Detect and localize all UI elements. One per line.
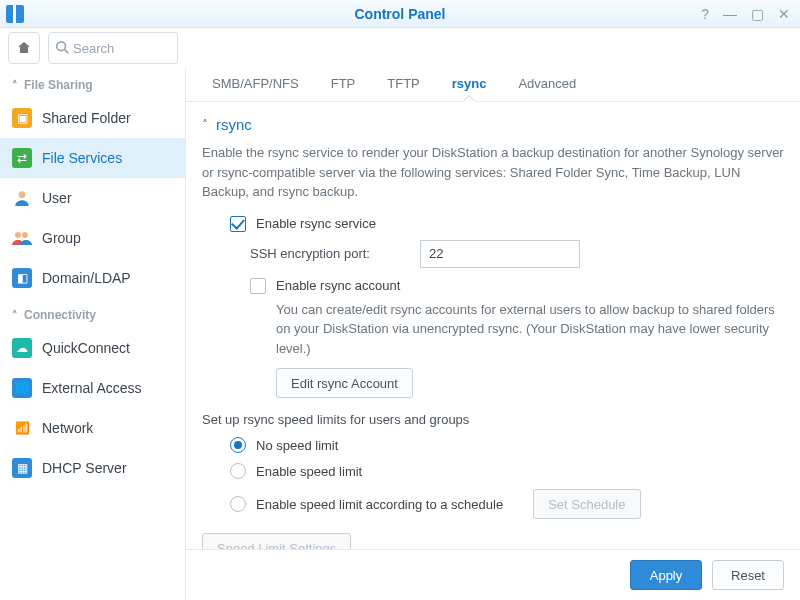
sidebar-item-domain-ldap[interactable]: ◧ Domain/LDAP [0, 258, 185, 298]
sidebar-item-external-access[interactable]: 🌐 External Access [0, 368, 185, 408]
edit-rsync-account-button[interactable]: Edit rsync Account [276, 368, 413, 398]
sidebar-item-label: User [42, 190, 72, 206]
svg-line-1 [65, 49, 69, 53]
footer: Apply Reset [186, 549, 800, 600]
sidebar-item-network[interactable]: 📶 Network [0, 408, 185, 448]
checkbox-enable-rsync[interactable] [230, 216, 246, 232]
label-no-speed-limit: No speed limit [256, 438, 338, 453]
tab-rsync[interactable]: rsync [436, 68, 503, 101]
tab-smb[interactable]: SMB/AFP/NFS [196, 68, 315, 101]
label-ssh-port: SSH encryption port: [250, 246, 420, 261]
set-schedule-button[interactable]: Set Schedule [533, 489, 640, 519]
input-ssh-port[interactable] [420, 240, 580, 268]
rsync-panel: ˄ rsync Enable the rsync service to rend… [186, 102, 800, 549]
sidebar-group-file-sharing[interactable]: ˄ File Sharing [0, 68, 185, 98]
quickconnect-icon: ☁ [12, 338, 32, 358]
tab-advanced[interactable]: Advanced [502, 68, 592, 101]
user-icon [12, 188, 32, 208]
content-area: SMB/AFP/NFS FTP TFTP rsync Advanced ˄ rs… [186, 68, 800, 600]
label-schedule-speed-limit: Enable speed limit according to a schedu… [256, 497, 503, 512]
sidebar-item-label: Network [42, 420, 93, 436]
network-icon: 📶 [12, 418, 32, 438]
radio-schedule-speed-limit[interactable] [230, 496, 246, 512]
svg-point-4 [22, 232, 28, 238]
search-icon [55, 40, 69, 57]
speed-limit-intro: Set up rsync speed limits for users and … [202, 412, 784, 427]
row-enable-account: Enable rsync account [202, 278, 784, 294]
sidebar-item-label: Group [42, 230, 81, 246]
sidebar-item-label: QuickConnect [42, 340, 130, 356]
sidebar-item-label: DHCP Server [42, 460, 127, 476]
section-title: rsync [216, 116, 252, 133]
services-icon: ⇄ [12, 148, 32, 168]
sidebar: ˄ File Sharing ▣ Shared Folder ⇄ File Se… [0, 68, 186, 600]
sidebar-item-quickconnect[interactable]: ☁ QuickConnect [0, 328, 185, 368]
sidebar-item-shared-folder[interactable]: ▣ Shared Folder [0, 98, 185, 138]
apply-button[interactable]: Apply [630, 560, 702, 590]
group-icon [12, 228, 32, 248]
chevron-up-icon: ˄ [12, 309, 18, 322]
window-controls: ? — ▢ ✕ [701, 6, 800, 22]
sidebar-group-label: File Sharing [24, 78, 93, 92]
svg-point-2 [19, 191, 26, 198]
label-enable-rsync: Enable rsync service [256, 216, 376, 231]
sidebar-item-dhcp-server[interactable]: ▦ DHCP Server [0, 448, 185, 488]
row-enable-service: Enable rsync service [202, 216, 784, 232]
app-icon [6, 5, 24, 23]
help-icon[interactable]: ? [701, 6, 709, 22]
titlebar: Control Panel ? — ▢ ✕ [0, 0, 800, 28]
ldap-icon: ◧ [12, 268, 32, 288]
maximize-icon[interactable]: ▢ [751, 6, 764, 22]
account-note: You can create/edit rsync accounts for e… [250, 300, 784, 359]
sidebar-item-file-services[interactable]: ⇄ File Services [0, 138, 185, 178]
home-button[interactable] [8, 32, 40, 64]
home-icon [16, 40, 32, 56]
sidebar-item-label: Shared Folder [42, 110, 131, 126]
radio-no-speed-limit[interactable] [230, 437, 246, 453]
dhcp-icon: ▦ [12, 458, 32, 478]
tab-tftp[interactable]: TFTP [371, 68, 436, 101]
globe-icon: 🌐 [12, 378, 32, 398]
search-input[interactable] [73, 41, 171, 56]
close-icon[interactable]: ✕ [778, 6, 790, 22]
search-field[interactable] [48, 32, 178, 64]
sidebar-item-label: File Services [42, 150, 122, 166]
svg-point-3 [15, 232, 21, 238]
folder-icon: ▣ [12, 108, 32, 128]
chevron-up-icon: ˄ [12, 79, 18, 92]
tab-ftp[interactable]: FTP [315, 68, 372, 101]
radio-enable-speed-limit[interactable] [230, 463, 246, 479]
sidebar-item-group[interactable]: Group [0, 218, 185, 258]
row-ssh-port: SSH encryption port: [202, 240, 784, 268]
minimize-icon[interactable]: — [723, 6, 737, 22]
sidebar-group-label: Connectivity [24, 308, 96, 322]
section-toggle-rsync[interactable]: ˄ rsync [202, 116, 784, 133]
label-enable-account: Enable rsync account [276, 278, 400, 293]
tab-bar: SMB/AFP/NFS FTP TFTP rsync Advanced [186, 68, 800, 102]
label-enable-speed-limit: Enable speed limit [256, 464, 362, 479]
section-description: Enable the rsync service to render your … [202, 143, 784, 202]
sidebar-item-label: External Access [42, 380, 142, 396]
sidebar-item-user[interactable]: User [0, 178, 185, 218]
sidebar-item-label: Domain/LDAP [42, 270, 131, 286]
chevron-up-icon: ˄ [202, 118, 208, 132]
window-title: Control Panel [354, 6, 445, 22]
speed-limit-settings-button[interactable]: Speed Limit Settings [202, 533, 351, 549]
sidebar-group-connectivity[interactable]: ˄ Connectivity [0, 298, 185, 328]
reset-button[interactable]: Reset [712, 560, 784, 590]
checkbox-enable-account[interactable] [250, 278, 266, 294]
svg-point-0 [57, 41, 66, 50]
toolbar [0, 28, 800, 68]
